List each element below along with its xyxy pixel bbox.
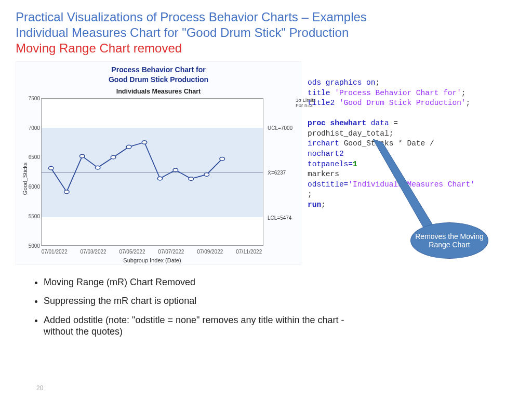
mean-label: X̄=6237	[268, 170, 286, 176]
code-token: odstitle=	[308, 180, 348, 189]
code-token: ;	[461, 89, 466, 97]
code-token: run	[308, 201, 321, 209]
svg-point-8	[173, 168, 178, 172]
code-token: data	[371, 119, 394, 127]
code-token: totpanels=	[308, 160, 353, 168]
plot-area	[41, 98, 263, 246]
callout-bubble: Removes the Moving Range Chart	[410, 222, 488, 259]
limit-labels: 3σ Limits For n=2 UCL=7000 X̄=6237 LCL=5…	[265, 98, 295, 246]
svg-point-3	[95, 166, 100, 169]
svg-point-9	[189, 177, 194, 181]
svg-point-10	[204, 172, 209, 176]
x-tick: 07/05/2022	[119, 249, 145, 255]
slide-heading: Practical Visualizations of Process Beha…	[16, 9, 516, 56]
ucl-label: UCL=7000	[268, 125, 292, 130]
slide: Practical Visualizations of Process Beha…	[0, 0, 532, 399]
data-series	[42, 99, 232, 232]
code-token: title2	[308, 99, 339, 107]
bullet-item: Suppressing the mR chart is optional	[44, 295, 366, 307]
code-token: 'Good Drum Stick Production'	[339, 99, 466, 107]
bullet-list: Moving Range (mR) Chart Removed Suppress…	[44, 276, 366, 338]
code-token: ;	[466, 99, 471, 107]
y-tick: 5000	[29, 243, 40, 248]
code-token: irchart	[308, 139, 344, 148]
x-tick: 07/03/2022	[81, 249, 107, 255]
heading-line-3: Moving Range Chart removed	[16, 41, 516, 56]
bullet-item: Moving Range (mR) Chart Removed	[44, 276, 366, 288]
code-token: proc shewhart	[308, 119, 371, 127]
page-number: 20	[36, 384, 43, 392]
x-tick: 07/09/2022	[197, 249, 223, 255]
chart-title: Process Behavior Chart for Good Drum Sti…	[16, 62, 301, 85]
svg-point-2	[79, 154, 85, 158]
chart-frame: Good_Sticks 500055006000650070007500 3σ …	[41, 98, 295, 259]
x-tick: 07/07/2022	[158, 249, 184, 255]
svg-point-11	[220, 157, 225, 161]
y-tick: 6000	[29, 184, 40, 190]
content-row: Process Behavior Chart for Good Drum Sti…	[16, 61, 516, 265]
code-token: 'Individuals Measures Chart'	[348, 180, 475, 189]
svg-point-7	[157, 177, 163, 180]
x-tick: 07/01/2022	[42, 249, 68, 255]
svg-point-0	[49, 166, 54, 170]
code-token: title	[308, 89, 335, 97]
code-token: 'Process Behavior Chart for'	[335, 89, 461, 97]
y-tick: 7500	[29, 95, 40, 101]
svg-point-1	[64, 190, 69, 194]
y-tick: 7000	[29, 125, 40, 130]
code-token: nochart2	[308, 150, 344, 158]
y-tick: 5500	[29, 213, 40, 219]
chart-subtitle: Individuals Measures Chart	[16, 88, 301, 95]
chart-panel: Process Behavior Chart for Good Drum Sti…	[16, 61, 301, 265]
heading-line-1: Practical Visualizations of Process Beha…	[16, 9, 516, 25]
svg-point-4	[111, 155, 116, 159]
code-token: ods graphics on	[308, 78, 376, 87]
chart-title-line2: Good Drum Stick Production	[16, 75, 301, 85]
y-tick: 6500	[29, 154, 40, 160]
code-token: ;	[308, 190, 312, 198]
code-token: ;	[321, 201, 326, 209]
code-token: 1	[353, 160, 357, 168]
lcl-label: LCL=5474	[268, 215, 291, 220]
heading-line-2: Individual Measures Chart for "Good Drum…	[16, 25, 516, 41]
y-ticks: 500055006000650070007500	[20, 98, 40, 246]
x-axis-label: Subgroup Index (Date)	[41, 257, 263, 263]
code-token: markers	[308, 170, 339, 178]
code-token: =	[393, 119, 398, 127]
code-token: ;	[376, 78, 380, 87]
code-token: prodhist_day_total;	[308, 129, 393, 138]
svg-point-6	[142, 140, 147, 144]
bullet-item: Added odstitle (note: "odstitle = none" …	[44, 314, 366, 338]
callout-text: Removes the Moving Range Chart	[411, 232, 488, 249]
x-tick: 07/11/2022	[236, 249, 262, 255]
svg-point-5	[126, 145, 131, 149]
chart-title-line1: Process Behavior Chart for	[16, 65, 301, 75]
code-token: Good_Sticks * Date /	[344, 139, 434, 148]
code-block: ods graphics on; title 'Process Behavior…	[301, 61, 516, 265]
